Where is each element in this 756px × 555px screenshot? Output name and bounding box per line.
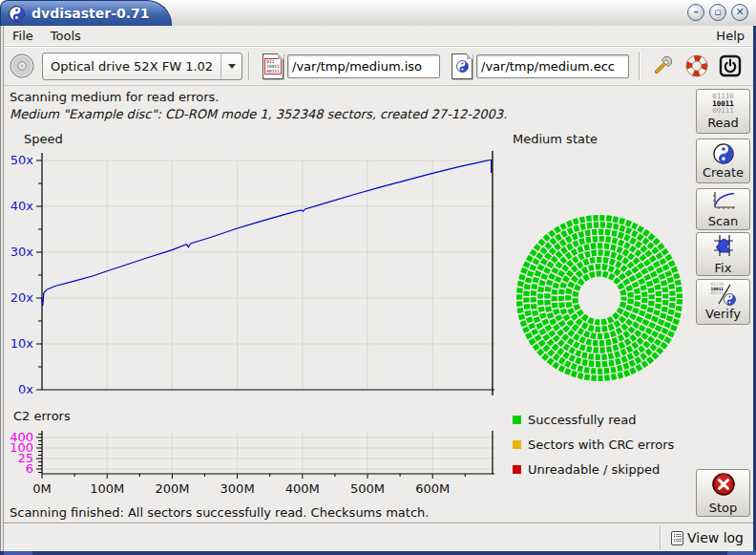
read-button[interactable]: 01110 10011 00111 Read	[696, 89, 750, 134]
read-binary-icon: 01110 10011 00111	[712, 93, 734, 115]
menu-tools[interactable]: Tools	[42, 27, 90, 45]
menu-help[interactable]: Help	[707, 27, 753, 45]
svg-text:10x: 10x	[10, 336, 34, 351]
legend-label: Sectors with CRC errors	[528, 438, 674, 452]
green-square-icon	[513, 416, 521, 424]
stop-button-label: Stop	[709, 501, 738, 515]
app-window: dvdisaster-0.71 – ▫ ✕ File Tools Help Op…	[0, 0, 756, 555]
red-square-icon	[513, 465, 521, 474]
stop-button[interactable]: Stop	[696, 469, 750, 517]
window-title: dvdisaster-0.71	[32, 6, 150, 21]
drive-selector-value: Optical drive 52X FW 1.02	[43, 59, 220, 74]
iso-icon-binary: 00111	[266, 69, 280, 74]
resize-grip-left[interactable]	[4, 551, 32, 555]
view-log-button[interactable]: View log	[667, 525, 747, 550]
verify-compare-icon: 01110 10011 00111	[711, 283, 736, 306]
title-tab[interactable]: dvdisaster-0.71	[0, 0, 172, 26]
window-border-bottom[interactable]	[0, 551, 756, 555]
legend-label: Unreadable / skipped	[528, 462, 660, 477]
svg-text:100M: 100M	[90, 481, 124, 496]
log-icon	[671, 531, 683, 545]
fix-button[interactable]: Fix	[696, 232, 750, 276]
medium-state-disc	[514, 212, 685, 384]
scan-button[interactable]: Scan	[696, 188, 750, 230]
verify-yinyang-icon	[724, 293, 736, 306]
ecc-yinyang-icon	[456, 60, 469, 73]
preferences-wrench-icon[interactable]	[650, 53, 675, 78]
svg-text:600M: 600M	[415, 481, 450, 496]
statusbar: View log	[4, 523, 753, 551]
quit-power-icon[interactable]	[719, 54, 742, 77]
create-yinyang-icon	[713, 143, 734, 164]
scan-chart-icon	[711, 191, 736, 213]
create-button[interactable]: Create	[696, 139, 750, 183]
svg-text:0x: 0x	[18, 382, 33, 396]
scan-button-label: Scan	[708, 214, 739, 228]
resize-grip-right[interactable]	[727, 551, 756, 555]
svg-text:200M: 200M	[155, 481, 189, 496]
speed-chart: 0x10x20x30x40x50x	[8, 147, 504, 405]
verify-button[interactable]: 01110 10011 00111 Verify	[696, 279, 750, 325]
maximize-button[interactable]: ▫	[709, 4, 726, 21]
chevron-down-icon[interactable]	[220, 53, 242, 79]
svg-text:6: 6	[26, 461, 33, 476]
ecc-path-input[interactable]	[476, 54, 629, 78]
medium-state-title: Medium state	[513, 132, 598, 146]
menubar: File Tools Help	[4, 26, 753, 46]
help-lifebuoy-icon[interactable]	[684, 53, 709, 78]
iso-path-input[interactable]	[287, 54, 440, 78]
menu-file[interactable]: File	[4, 27, 42, 45]
scan-result-status: Scanning finished: All sectors successfu…	[10, 505, 429, 520]
app-yinyang-icon	[9, 6, 25, 22]
statusbar-separator	[660, 526, 661, 549]
drive-selector[interactable]: Optical drive 52X FW 1.02	[42, 53, 242, 80]
fix-button-label: Fix	[715, 261, 732, 275]
svg-text:0M: 0M	[32, 481, 52, 496]
legend-item: Successfully read	[513, 407, 674, 432]
svg-text:400M: 400M	[285, 481, 320, 496]
fix-puzzle-icon	[711, 234, 736, 260]
legend-item: Unreadable / skipped	[513, 457, 674, 481]
window-border-left	[0, 26, 4, 551]
verify-button-label: Verify	[705, 307, 741, 321]
svg-text:50x: 50x	[10, 153, 34, 167]
c2-errors-title: C2 errors	[13, 409, 71, 423]
cd-drive-icon	[9, 53, 35, 79]
titlebar: dvdisaster-0.71 – ▫ ✕	[0, 0, 756, 26]
toolbar: Optical drive 52X FW 1.02 011 10011 0011…	[4, 47, 753, 85]
svg-text:30x: 30x	[10, 245, 34, 259]
status-line-1: Scanning medium for read errors.	[10, 89, 507, 106]
iso-icon-binary: 10011	[266, 64, 280, 69]
toolbar-separator	[639, 52, 640, 80]
c2-errors-chart: 4001002560M100M200M300M400M500M600M	[8, 426, 504, 504]
ecc-file-icon	[452, 53, 472, 79]
svg-text:40x: 40x	[10, 199, 34, 213]
yellow-square-icon	[513, 440, 521, 449]
read-button-label: Read	[707, 116, 739, 130]
svg-text:20x: 20x	[10, 290, 34, 305]
svg-text:500M: 500M	[350, 481, 385, 496]
create-button-label: Create	[703, 165, 744, 180]
iso-file-icon: 011 10011 00111	[262, 53, 284, 79]
medium-info-line: Medium "Example disc": CD-ROM mode 1, 35…	[10, 106, 507, 123]
status-header: Scanning medium for read errors. Medium …	[10, 89, 507, 123]
close-button[interactable]: ✕	[731, 4, 748, 21]
legend-label: Successfully read	[528, 413, 636, 427]
minimize-button[interactable]: –	[687, 4, 704, 21]
speed-chart-title: Speed	[24, 132, 63, 146]
toolbar-separator	[248, 52, 249, 80]
legend-item: Sectors with CRC errors	[513, 432, 674, 457]
stop-icon	[711, 472, 736, 500]
view-log-label: View log	[687, 530, 744, 545]
medium-state-legend: Successfully read Sectors with CRC error…	[513, 407, 674, 481]
svg-text:300M: 300M	[220, 481, 255, 496]
